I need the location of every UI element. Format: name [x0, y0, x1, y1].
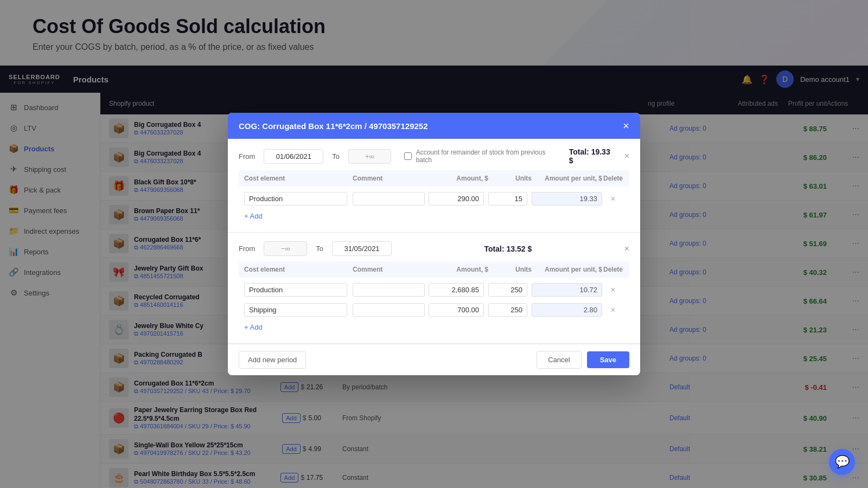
add-period-button[interactable]: Add new period: [239, 351, 306, 369]
cog-modal: COG: Corrugated Box 11*6*2cm / 497035712…: [228, 113, 640, 375]
cost-amount-input[interactable]: [429, 192, 484, 206]
col-delete-header: Delete: [602, 175, 624, 182]
period-1-to-label: To: [332, 152, 340, 160]
col-units-header-2: Units: [488, 266, 532, 273]
period-1-add-row: + Add: [239, 209, 629, 227]
cost-per-unit-cell: 19.33: [532, 192, 602, 206]
cost-amount-p2-1: [429, 283, 488, 297]
cost-row: 19.33 ×: [239, 189, 629, 209]
cost-element-input-wrapper: [244, 192, 353, 206]
col-comment-header-2: Comment: [353, 266, 429, 273]
cost-units-wrapper: [488, 192, 532, 206]
cost-units-p2-1: [488, 283, 532, 297]
period-1-close-button[interactable]: ×: [624, 151, 629, 161]
col-per-unit-header: Amount per unit, $: [532, 175, 602, 182]
period-2-from-label: From: [239, 245, 255, 253]
col-amount-header: Amount, $: [429, 175, 488, 182]
period-1-from-label: From: [239, 152, 255, 160]
period-2-total: Total: 13.52 $: [484, 245, 532, 253]
period-1-checkbox-area: Account for remainder of stock from prev…: [404, 149, 560, 164]
cost-amount-p2-2: [429, 303, 488, 317]
cost-row-p2-2: 2.80 ×: [239, 300, 629, 320]
cost-comment-wrapper: [353, 192, 429, 206]
period-2-header: From −∞ To Total: 13.52 $ ×: [228, 233, 640, 261]
cost-element-p2-1: [244, 283, 353, 297]
cost-element-input-p2-1[interactable]: [244, 283, 347, 297]
period-2-to-input[interactable]: [332, 241, 392, 256]
period-1-checkbox[interactable]: [404, 152, 412, 160]
save-button[interactable]: Save: [587, 351, 629, 368]
period-2-to-label: To: [316, 245, 323, 253]
modal-overlay[interactable]: COG: Corrugated Box 11*6*2cm / 497035712…: [0, 0, 868, 488]
col-amount-header-2: Amount, $: [429, 266, 488, 273]
col-element-header-2: Cost element: [244, 266, 353, 273]
cost-delete-button[interactable]: ×: [610, 194, 615, 204]
cost-comment-input[interactable]: [353, 192, 425, 206]
cost-per-unit-display-p2-1: 10.72: [532, 283, 602, 297]
cost-per-unit-p2-2: 2.80: [532, 303, 602, 317]
cost-delete-p2-1: ×: [602, 285, 624, 295]
cost-element-input[interactable]: [244, 192, 347, 206]
cost-units-input-p2-2[interactable]: [488, 303, 527, 317]
cost-delete-button-p2-1[interactable]: ×: [610, 285, 615, 295]
cost-units-input-p2-1[interactable]: [488, 283, 527, 297]
period-2-add-row: + Add: [239, 320, 629, 338]
col-units-header: Units: [488, 175, 532, 182]
period-1-from-input[interactable]: [264, 149, 323, 164]
period-1-to-value: +∞: [348, 149, 391, 164]
modal-header: COG: Corrugated Box 11*6*2cm / 497035712…: [228, 113, 640, 139]
cost-comment-p2-2: [353, 303, 429, 317]
modal-title: COG: Corrugated Box 11*6*2cm / 497035712…: [239, 121, 428, 131]
col-element-header: Cost element: [244, 175, 353, 182]
period-1-header: From To +∞ Account for remainder of stoc…: [228, 139, 640, 170]
modal-body: From To +∞ Account for remainder of stoc…: [228, 139, 640, 344]
cost-delete-p2-2: ×: [602, 305, 624, 315]
cost-table-header-1: Cost element Comment Amount, $ Units Amo…: [239, 170, 629, 187]
cost-comment-input-p2-1[interactable]: [353, 283, 425, 297]
period-2-close-button[interactable]: ×: [624, 244, 629, 254]
cost-amount-input-p2-1[interactable]: [429, 283, 484, 297]
cost-row-p2-1: 10.72 ×: [239, 280, 629, 300]
modal-footer: Add new period Cancel Save: [228, 344, 640, 375]
period-1-checkbox-label: Account for remainder of stock from prev…: [416, 149, 560, 164]
period-1-add-button[interactable]: + Add: [244, 212, 263, 220]
period-1-total: Total: 19.33 $: [569, 147, 616, 165]
period-2-add-button[interactable]: + Add: [244, 323, 263, 331]
period-1-block: From To +∞ Account for remainder of stoc…: [228, 139, 640, 233]
period-1-cost-table: Cost element Comment Amount, $ Units Amo…: [228, 170, 640, 232]
col-comment-header: Comment: [353, 175, 429, 182]
modal-close-button[interactable]: ×: [623, 120, 629, 131]
cost-amount-input-p2-2[interactable]: [429, 303, 484, 317]
cost-units-p2-2: [488, 303, 532, 317]
cost-element-p2-2: [244, 303, 353, 317]
cost-comment-p2-1: [353, 283, 429, 297]
chat-icon: 💬: [835, 455, 850, 469]
period-2-from-value: −∞: [264, 241, 307, 256]
cost-table-header-2: Cost element Comment Amount, $ Units Amo…: [239, 261, 629, 278]
cost-comment-input-p2-2[interactable]: [353, 303, 425, 317]
period-2-block: From −∞ To Total: 13.52 $ × Cost element…: [228, 233, 640, 344]
col-per-unit-header-2: Amount per unit, $: [532, 266, 602, 273]
chat-button[interactable]: 💬: [829, 449, 855, 475]
cost-per-unit-p2-1: 10.72: [532, 283, 602, 297]
cost-delete-cell: ×: [602, 194, 624, 204]
cost-delete-button-p2-2[interactable]: ×: [610, 305, 615, 315]
cost-units-input[interactable]: [488, 192, 527, 206]
period-2-cost-table: Cost element Comment Amount, $ Units Amo…: [228, 261, 640, 343]
cost-per-unit-display: 19.33: [532, 192, 602, 206]
col-delete-header-2: Delete: [602, 266, 624, 273]
cost-amount-wrapper: [429, 192, 488, 206]
cancel-button[interactable]: Cancel: [537, 351, 581, 369]
cost-element-input-p2-2[interactable]: [244, 303, 347, 317]
cost-per-unit-display-p2-2: 2.80: [532, 303, 602, 317]
